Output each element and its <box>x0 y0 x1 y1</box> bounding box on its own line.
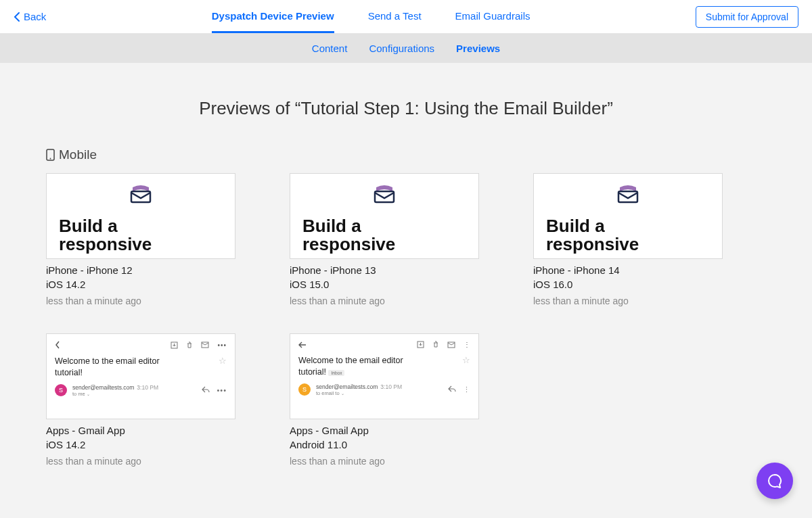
device-label: iPhone - iPhone 14 <box>533 264 723 276</box>
section-mobile-header: Mobile <box>46 147 766 162</box>
os-label: iOS 16.0 <box>533 279 723 290</box>
timestamp-label: less than a minute ago <box>46 456 235 467</box>
back-label: Back <box>24 11 46 22</box>
content-area: Mobile Build a responsive iPhone - iPhon… <box>0 147 812 467</box>
section-label: Mobile <box>59 147 97 162</box>
preview-thumbnail[interactable]: Build a responsive <box>46 173 235 259</box>
preview-headline: Build a responsive <box>47 217 152 254</box>
svg-rect-2 <box>131 191 150 202</box>
reply-icon <box>448 385 456 392</box>
back-link[interactable]: Back <box>14 11 46 22</box>
more-icon: ••• <box>217 386 227 394</box>
envelope-logo-icon <box>616 185 640 204</box>
chevron-left-icon <box>14 12 20 22</box>
os-label: Android 11.0 <box>290 439 479 450</box>
avatar: S <box>55 384 67 396</box>
submit-approval-button[interactable]: Submit for Approval <box>696 6 798 28</box>
preview-card: Build a responsive iPhone - iPhone 12 iO… <box>46 173 235 306</box>
device-label: Apps - Gmail App <box>46 425 235 436</box>
more-icon: ••• <box>217 342 227 349</box>
gmail-toolbar: ••• <box>55 341 227 349</box>
os-label: iOS 14.2 <box>46 279 235 290</box>
arrow-left-icon <box>298 342 307 348</box>
more-vertical-icon: ⋮ <box>463 385 470 394</box>
chat-icon <box>767 473 783 489</box>
envelope-logo-icon <box>372 185 397 204</box>
top-bar: Back Dyspatch Device Preview Send a Test… <box>0 0 812 34</box>
timestamp-label: less than a minute ago <box>290 456 479 467</box>
to-line: to me ⌄ <box>72 391 158 397</box>
preview-row-1: Build a responsive iPhone - iPhone 12 iO… <box>46 173 766 306</box>
inbox-badge: Inbox <box>328 370 344 376</box>
preview-card: Build a responsive iPhone - iPhone 14 iO… <box>533 173 723 306</box>
timestamp-label: less than a minute ago <box>46 296 235 306</box>
device-label: iPhone - iPhone 13 <box>290 264 479 276</box>
preview-thumbnail[interactable]: ⋮ Welcome to the email editor tutorial! … <box>290 333 479 419</box>
device-label: Apps - Gmail App <box>290 425 479 436</box>
sub-tabs: Content Configurations Previews <box>0 34 812 63</box>
archive-icon <box>417 341 424 348</box>
gmail-sender-row: S sender@emailtests.com 3:10 PM to me ⌄ … <box>55 384 227 397</box>
tab-send-test[interactable]: Send a Test <box>368 0 422 33</box>
page-title: Previews of “Tutorial Step 1: Using the … <box>0 98 812 119</box>
preview-thumbnail[interactable]: Build a responsive <box>533 173 723 259</box>
gmail-sender-row: S sender@emailtests.com 3:10 PM to email… <box>298 383 470 396</box>
gmail-subject: Welcome to the email editor tutorial! In… <box>298 355 420 378</box>
mobile-icon <box>46 149 55 161</box>
trash-icon <box>186 342 193 349</box>
sender-email: sender@emailtests.com 3:10 PM <box>72 384 158 391</box>
timestamp-label: less than a minute ago <box>290 296 479 306</box>
gmail-subject: Welcome to the email editor tutorial! <box>55 356 177 379</box>
trash-icon <box>432 341 439 348</box>
gmail-subject-row: Welcome to the email editor tutorial! In… <box>298 355 470 378</box>
gmail-subject-row: Welcome to the email editor tutorial! ☆ <box>55 356 227 379</box>
subtab-content[interactable]: Content <box>312 43 348 54</box>
svg-point-1 <box>50 158 51 160</box>
timestamp-label: less than a minute ago <box>533 296 723 306</box>
preview-headline: Build a responsive <box>534 217 639 254</box>
os-label: iOS 15.0 <box>290 279 479 290</box>
preview-row-2: ••• Welcome to the email editor tutorial… <box>46 333 766 467</box>
chevron-left-icon <box>55 341 60 349</box>
sender-email: sender@emailtests.com 3:10 PM <box>316 383 402 390</box>
preview-headline: Build a responsive <box>290 217 395 254</box>
avatar: S <box>298 383 311 396</box>
star-icon: ☆ <box>219 356 227 366</box>
star-icon: ☆ <box>462 355 470 365</box>
svg-rect-4 <box>618 191 637 202</box>
mail-icon <box>201 342 209 348</box>
help-chat-button[interactable] <box>757 463 793 499</box>
tab-device-preview[interactable]: Dyspatch Device Preview <box>212 0 334 33</box>
preview-card: ••• Welcome to the email editor tutorial… <box>46 333 235 467</box>
preview-card: ⋮ Welcome to the email editor tutorial! … <box>290 333 479 467</box>
preview-card: Build a responsive iPhone - iPhone 13 iO… <box>290 173 479 306</box>
gmail-toolbar: ⋮ <box>298 341 470 348</box>
subtab-configurations[interactable]: Configurations <box>369 43 434 54</box>
archive-icon <box>171 342 178 349</box>
more-vertical-icon: ⋮ <box>464 341 470 348</box>
preview-thumbnail[interactable]: Build a responsive <box>290 173 479 259</box>
envelope-logo-icon <box>129 185 153 204</box>
os-label: iOS 14.2 <box>46 439 235 450</box>
reply-icon <box>202 386 210 393</box>
mail-icon <box>447 342 455 348</box>
svg-rect-3 <box>375 191 394 202</box>
tab-email-guardrails[interactable]: Email Guardrails <box>455 0 531 33</box>
to-line: to email to ⌄ <box>316 390 402 396</box>
device-label: iPhone - iPhone 12 <box>46 264 235 276</box>
nav-tabs: Dyspatch Device Preview Send a Test Emai… <box>46 0 695 33</box>
subtab-previews[interactable]: Previews <box>456 43 500 54</box>
preview-thumbnail[interactable]: ••• Welcome to the email editor tutorial… <box>46 333 235 419</box>
